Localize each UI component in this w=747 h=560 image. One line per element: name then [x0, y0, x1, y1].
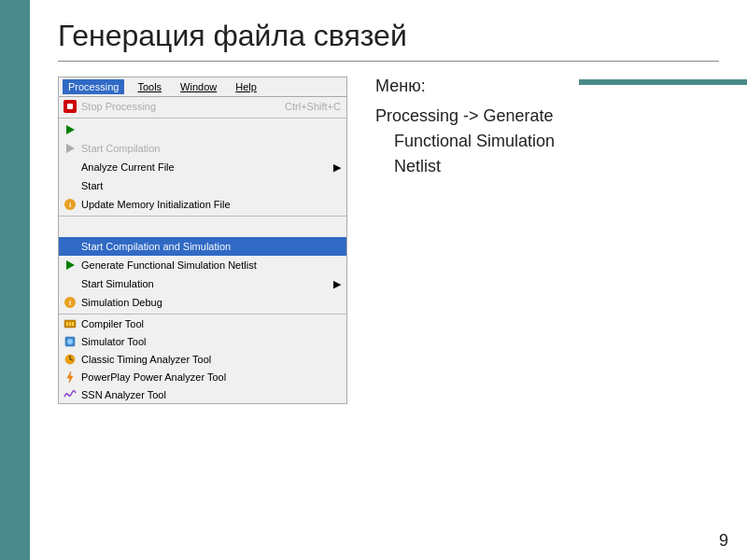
stop-icon: [63, 99, 78, 114]
columns-layout: Processing Tools Window Help Stop Proces…: [58, 77, 719, 404]
compiler-tool-label: Compiler Tool: [81, 318, 144, 329]
menu-start-simulation[interactable]: Generate Functional Simulation Netlist: [59, 256, 346, 274]
menu-sim-debug[interactable]: Start Simulation ▶: [59, 274, 346, 293]
update-memory-label: Start: [81, 180, 103, 191]
menu-screenshot: Processing Tools Window Help Stop Proces…: [58, 77, 347, 404]
power-tool-label: PowerPlay Power Analyzer Tool: [81, 371, 226, 383]
start-compilation-icon: [63, 122, 78, 137]
timing-tool-icon: [63, 352, 78, 367]
analyze-label: Start Compilation: [81, 143, 160, 154]
menu-bar-tools[interactable]: Tools: [132, 79, 167, 94]
page-number: 9: [719, 531, 728, 551]
sim-debug-label: Start Simulation: [81, 278, 154, 289]
start-arrow: ▶: [324, 161, 341, 174]
svg-rect-3: [72, 322, 74, 326]
tool-section: Compiler Tool Simulator Tool: [59, 314, 346, 403]
sim-report-label: Simulation Debug: [81, 297, 162, 308]
compiler-tool-icon: [63, 316, 78, 331]
start-label: Analyze Current File: [81, 161, 175, 173]
svg-rect-2: [69, 322, 71, 326]
power-tool-item[interactable]: PowerPlay Power Analyzer Tool: [59, 368, 346, 385]
menu-stop-processing[interactable]: Stop Processing Ctrl+Shift+C: [59, 97, 346, 116]
simulator-tool-item[interactable]: Simulator Tool: [59, 332, 346, 350]
power-tool-icon: [63, 370, 78, 385]
menu-gen-netlist[interactable]: Start Compilation and Simulation: [59, 237, 346, 256]
timing-tool-label: Classic Timing Analyzer Tool: [81, 354, 211, 365]
separator-1: [59, 118, 346, 119]
gen-netlist-label: Start Compilation and Simulation: [81, 241, 231, 252]
compiler-tool-item[interactable]: Compiler Tool: [59, 315, 346, 332]
menu-bar-window[interactable]: Window: [175, 79, 222, 94]
start-simulation-label: Generate Functional Simulation Netlist: [81, 259, 257, 271]
description-area: Меню: Processing -> Generate Functional …: [375, 77, 719, 179]
desc-text-span: Processing -> Generate Functional Simula…: [375, 106, 555, 175]
svg-point-5: [67, 339, 73, 344]
menu-sim-report[interactable]: i Simulation Debug: [59, 293, 346, 312]
menu-start-compile-sim[interactable]: [59, 218, 346, 237]
svg-marker-9: [67, 371, 73, 383]
ssn-tool-label: SSN Analyzer Tool: [81, 389, 166, 400]
left-accent-bar: [0, 0, 30, 560]
menu-compilation-report[interactable]: i Update Memory Initialization File: [59, 195, 346, 214]
page-title: Генерация файла связей: [58, 19, 719, 53]
stop-processing-label: Stop Processing: [81, 101, 156, 112]
menu-update-memory[interactable]: Start: [59, 176, 346, 195]
analyze-icon: [63, 141, 78, 156]
sim-report-icon: i: [63, 295, 78, 310]
simulator-tool-label: Simulator Tool: [81, 336, 147, 347]
menu-start-compilation[interactable]: [59, 120, 346, 139]
description-label: Меню:: [375, 77, 719, 96]
menu-bar-help[interactable]: Help: [230, 79, 262, 94]
compilation-report-label: Update Memory Initialization File: [81, 199, 231, 210]
main-content: Генерация файла связей Processing Tools …: [30, 0, 747, 560]
menu-bar: Processing Tools Window Help: [59, 77, 346, 97]
sim-debug-arrow: ▶: [324, 278, 341, 290]
simulator-tool-icon: [63, 334, 78, 349]
start-simulation-icon: [63, 258, 78, 273]
svg-rect-1: [66, 322, 68, 326]
menu-bar-processing[interactable]: Processing: [63, 79, 124, 94]
separator-2: [59, 216, 346, 217]
menu-analyze-file[interactable]: Start Compilation: [59, 139, 346, 158]
timing-tool-item[interactable]: Classic Timing Analyzer Tool: [59, 350, 346, 368]
ssn-tool-icon: [63, 387, 78, 402]
ssn-tool-item[interactable]: SSN Analyzer Tool: [59, 385, 346, 403]
description-text: Processing -> Generate Functional Simula…: [375, 104, 719, 179]
compilation-report-icon: i: [63, 197, 78, 212]
menu-start[interactable]: Analyze Current File ▶: [59, 158, 346, 176]
stop-processing-shortcut: Ctrl+Shift+C: [266, 101, 341, 112]
title-divider: [58, 61, 719, 62]
